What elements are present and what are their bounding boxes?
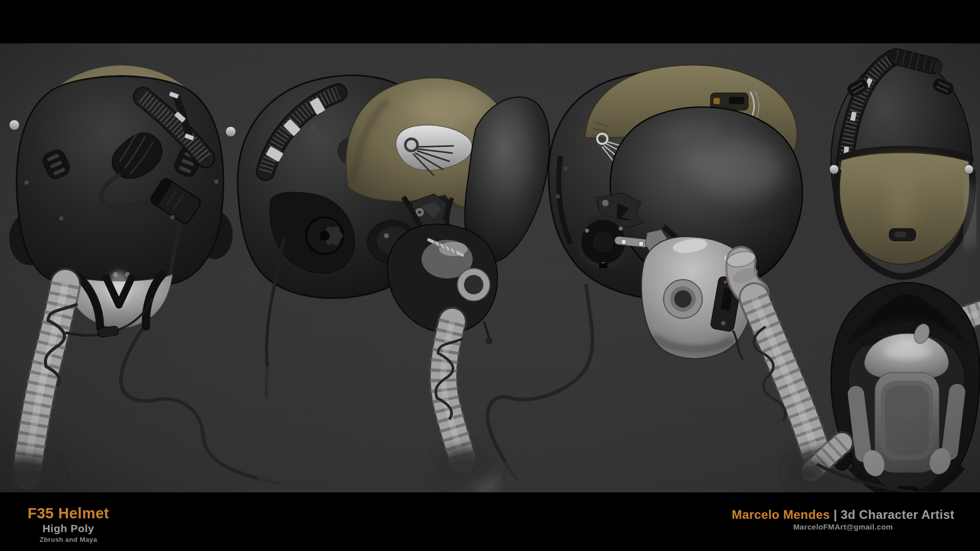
vignette-overlay bbox=[0, 0, 980, 551]
artist-email: MarceloFMArt@gmail.com bbox=[732, 523, 954, 532]
portfolio-sheet: F35 Helmet High Poly Zbrush and Maya Mar… bbox=[0, 0, 980, 551]
letterbox-bottom: F35 Helmet High Poly Zbrush and Maya Mar… bbox=[0, 492, 980, 551]
project-tools: Zbrush and Maya bbox=[28, 536, 109, 543]
artist-role: 3d Character Artist bbox=[841, 508, 954, 521]
project-credit: F35 Helmet High Poly Zbrush and Maya bbox=[28, 506, 109, 544]
letterbox-top bbox=[0, 0, 980, 43]
render-canvas bbox=[0, 0, 980, 551]
artist-separator: | bbox=[834, 508, 837, 521]
artist-credit: Marcelo Mendes | 3d Character Artist Mar… bbox=[732, 508, 954, 532]
project-subtitle: High Poly bbox=[28, 523, 109, 534]
artist-name: Marcelo Mendes bbox=[732, 508, 830, 521]
artist-line: Marcelo Mendes | 3d Character Artist bbox=[732, 508, 954, 521]
project-title: F35 Helmet bbox=[28, 506, 109, 521]
